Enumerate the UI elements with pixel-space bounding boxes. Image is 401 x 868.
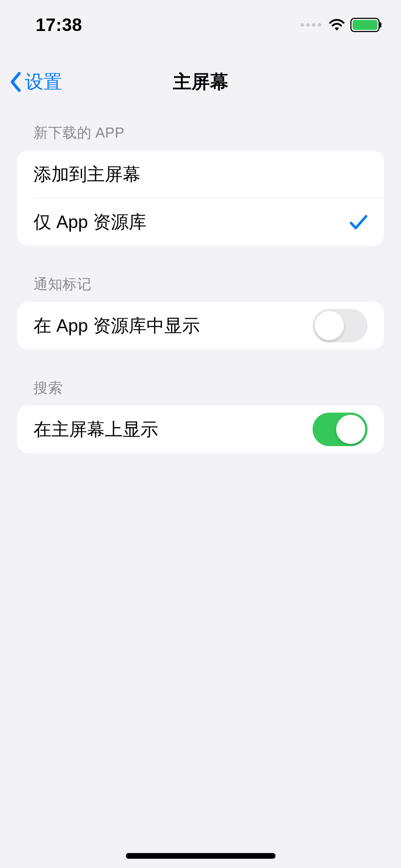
group-newly-downloaded: 添加到主屏幕 仅 App 资源库 xyxy=(17,150,384,246)
content: 新下载的 APP 添加到主屏幕 仅 App 资源库 通知标记 在 App 资源库… xyxy=(0,123,401,482)
row-show-in-app-library: 在 App 资源库中显示 xyxy=(17,302,384,350)
option-label: 仅 App 资源库 xyxy=(34,210,146,234)
toggle-show-on-home-screen[interactable] xyxy=(313,413,367,446)
back-label: 设置 xyxy=(25,69,62,94)
section-header-newly-downloaded: 新下载的 APP xyxy=(17,123,384,150)
back-button[interactable]: 设置 xyxy=(7,57,66,107)
section-search: 搜索 在主屏幕上显示 xyxy=(17,378,384,453)
toggle-show-in-app-library[interactable] xyxy=(313,309,367,342)
status-right xyxy=(300,18,380,32)
checkmark-icon xyxy=(350,215,367,230)
option-add-to-home[interactable]: 添加到主屏幕 xyxy=(17,150,384,198)
section-header-search: 搜索 xyxy=(17,378,384,405)
status-time: 17:38 xyxy=(36,15,82,35)
group-search: 在主屏幕上显示 xyxy=(17,405,384,453)
chevron-left-icon xyxy=(9,72,22,92)
row-label: 在主屏幕上显示 xyxy=(34,418,158,441)
cellular-dots-icon xyxy=(300,23,321,27)
status-bar: 17:38 xyxy=(0,0,401,50)
section-newly-downloaded: 新下载的 APP 添加到主屏幕 仅 App 资源库 xyxy=(17,123,384,246)
section-header-notification-badges: 通知标记 xyxy=(17,274,384,302)
option-label: 添加到主屏幕 xyxy=(34,162,140,186)
wifi-icon xyxy=(328,19,345,31)
row-label: 在 App 资源库中显示 xyxy=(34,314,200,338)
row-show-on-home-screen: 在主屏幕上显示 xyxy=(17,405,384,453)
navigation-bar: 设置 主屏幕 xyxy=(0,57,401,107)
section-notification-badges: 通知标记 在 App 资源库中显示 xyxy=(17,274,384,350)
home-indicator[interactable] xyxy=(126,853,276,859)
group-notification-badges: 在 App 资源库中显示 xyxy=(17,302,384,350)
option-app-library-only[interactable]: 仅 App 资源库 xyxy=(34,198,384,246)
battery-icon xyxy=(350,18,380,32)
